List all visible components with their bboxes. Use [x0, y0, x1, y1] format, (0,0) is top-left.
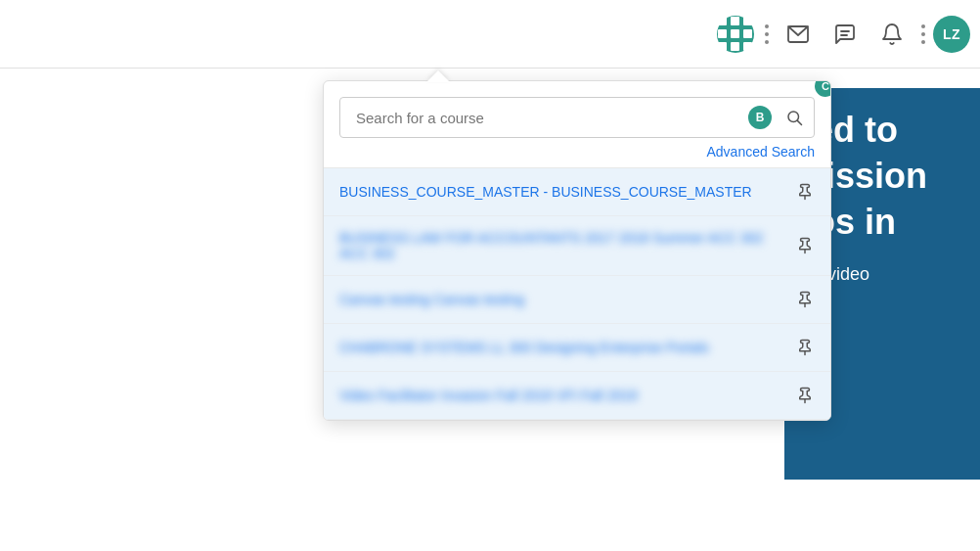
course-list-item[interactable]: Video Facilitator Invasion Fall 2019 VFI… [324, 372, 830, 420]
apps-avatar [717, 16, 754, 53]
apps-button[interactable] [714, 13, 757, 56]
user-avatar[interactable]: LZ [933, 16, 970, 53]
apps-grid-icon [718, 17, 753, 52]
chat-icon [833, 23, 857, 46]
search-input-container: B [339, 97, 815, 138]
course-name: CHABRONE SYSTEMS LL 300 Designing Enterp… [339, 340, 783, 355]
course-list: BUSINESS_COURSE_MASTER - BUSINESS_COURSE… [324, 167, 830, 420]
pushpin-icon [796, 237, 814, 254]
more-options-button-2[interactable] [917, 17, 929, 52]
pin-icon[interactable] [795, 290, 815, 309]
search-b-badge: B [748, 106, 772, 129]
mail-button[interactable] [777, 13, 820, 56]
course-name: BUSINESS_COURSE_MASTER - BUSINESS_COURSE… [339, 184, 783, 200]
course-list-item[interactable]: CHABRONE SYSTEMS LL 300 Designing Enterp… [324, 324, 830, 372]
advanced-search-link[interactable]: Advanced Search [324, 138, 830, 167]
notifications-button[interactable] [870, 13, 913, 56]
course-list-item[interactable]: BUSINESS_COURSE_MASTER - BUSINESS_COURSE… [324, 168, 830, 216]
svg-line-4 [797, 120, 801, 124]
corner-c-badge: C [815, 80, 831, 97]
course-name: Video Facilitator Invasion Fall 2019 VFI… [339, 388, 783, 403]
more-options-button[interactable] [761, 17, 773, 52]
pin-icon[interactable] [795, 338, 815, 357]
dropdown-arrow [426, 70, 450, 82]
search-icon [785, 109, 803, 126]
search-header: B C [324, 81, 830, 138]
course-name: BUSINESS LAW FOR ACCOUNTANTS 2017 2018 S… [339, 230, 783, 261]
course-list-item[interactable]: Canvas testing Canvas testing [324, 276, 830, 324]
pushpin-icon [796, 291, 814, 308]
pin-icon[interactable] [795, 182, 815, 202]
course-name: Canvas testing Canvas testing [339, 292, 783, 307]
chat-button[interactable] [824, 13, 867, 56]
course-list-item[interactable]: BUSINESS LAW FOR ACCOUNTANTS 2017 2018 S… [324, 216, 830, 276]
mail-icon [786, 23, 810, 46]
search-submit-button[interactable] [774, 97, 815, 138]
pushpin-icon [796, 387, 814, 404]
navbar-icons: LZ [714, 13, 980, 56]
top-navbar: LZ [0, 0, 980, 69]
search-input[interactable] [339, 97, 815, 138]
pin-icon[interactable] [795, 386, 815, 405]
pushpin-icon [796, 183, 814, 201]
pin-icon[interactable] [795, 236, 815, 255]
bell-icon [880, 23, 904, 46]
search-dropdown-panel: B C Advanced Search BUSINESS_COURSE_MAST… [323, 80, 831, 421]
pushpin-icon [796, 339, 814, 356]
